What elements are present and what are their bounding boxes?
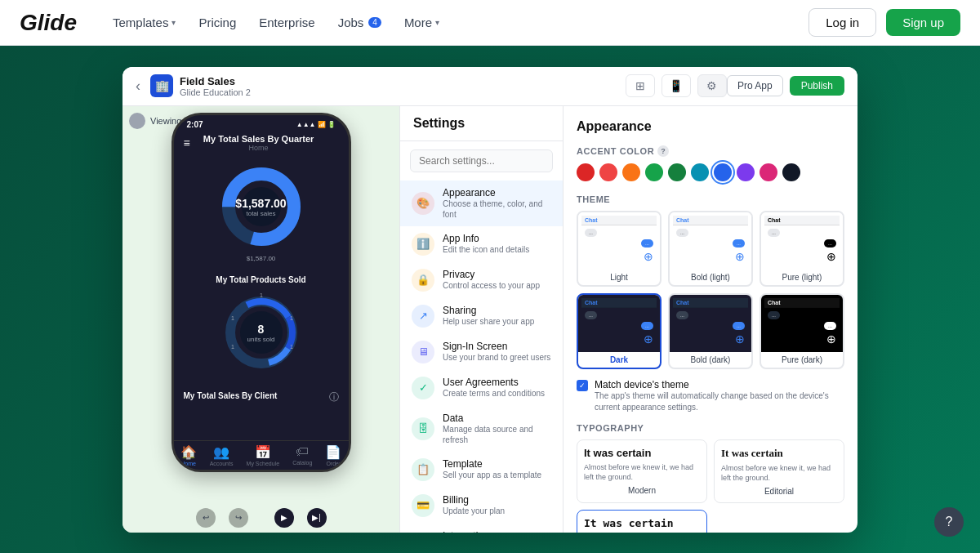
settings-item-billing[interactable]: 💳 Billing Update your plan	[400, 488, 563, 524]
phone-page-subtitle: Home	[190, 144, 327, 152]
color-swatch-7[interactable]	[737, 163, 755, 181]
match-device-desc: The app's theme will automatically chang…	[595, 390, 844, 413]
phone-page-title: My Total Sales By Quarter	[190, 134, 327, 144]
units-label: units sold	[247, 335, 275, 342]
color-swatch-3[interactable]	[645, 163, 663, 181]
settings-item-name: App Info	[443, 233, 551, 244]
signup-button[interactable]: Sign up	[886, 9, 960, 36]
settings-item-integrations[interactable]: 🔗 Integrations Connect to Zapier, Google…	[400, 524, 563, 533]
donut-chart-2: 1 1 1 1 1 8 units sold	[216, 288, 306, 377]
publish-button[interactable]: Publish	[790, 76, 844, 96]
nav-item-catalog[interactable]: 🏷 Catalog	[292, 444, 312, 466]
settings-view-button[interactable]: ⚙	[697, 74, 727, 97]
color-swatch-4[interactable]	[668, 163, 686, 181]
chart-section-3: My Total Sales By Client ⓘ	[174, 384, 349, 411]
undo-button[interactable]: ↩	[196, 508, 216, 528]
typography-sample: It was certain	[721, 447, 837, 460]
redo-button[interactable]: ↪	[229, 508, 248, 528]
login-button[interactable]: Log in	[808, 8, 876, 37]
typography-desc: Almost before we knew it, we had left th…	[584, 462, 700, 483]
phone-controls: ↩ ↪ ▶ ▶|	[196, 508, 327, 528]
help-button[interactable]: ?	[934, 507, 964, 537]
settings-item-desc: Update your plan	[443, 506, 551, 516]
phone-nav-header: ≡ My Total Sales By Quarter Home	[174, 131, 349, 155]
nav-templates[interactable]: Templates ▾	[103, 9, 185, 36]
app-subtitle: Glide Education 2	[180, 87, 577, 97]
typography-selected[interactable]: It was certain	[577, 510, 707, 533]
theme-label-bold-dark: Bold (dark)	[670, 352, 751, 368]
typography-row2: It was certain	[577, 510, 844, 533]
match-device: ✓ Match device's theme The app's theme w…	[577, 379, 844, 413]
phone-status-icons: ▲▲▲ 📶 🔋	[296, 121, 336, 128]
nav-item-home[interactable]: 🏠 Home	[180, 444, 197, 466]
svg-text:1: 1	[290, 315, 293, 321]
back-button[interactable]: ‹	[136, 78, 140, 95]
settings-header: Settings	[400, 106, 563, 141]
nav-links: Templates ▾ Pricing Enterprise Jobs 4 Mo…	[103, 9, 808, 36]
theme-card-pure-light[interactable]: Chat ... ... ⊕ Pure (light)	[760, 211, 844, 287]
svg-text:1: 1	[290, 344, 293, 350]
theme-label-pure-light: Pure (light)	[761, 270, 843, 285]
search-input[interactable]	[410, 149, 553, 172]
accounts-icon: 👥	[213, 444, 229, 460]
order-icon: 📄	[325, 444, 341, 460]
app-icon: 🏢	[150, 74, 173, 97]
settings-item-data[interactable]: 🗄 Data Manage data source and refresh	[400, 406, 563, 452]
nav-item-accounts[interactable]: 👥 Accounts	[210, 444, 234, 466]
match-device-checkbox[interactable]: ✓	[577, 380, 588, 391]
color-swatch-2[interactable]	[622, 163, 640, 181]
theme-card-pure-dark[interactable]: Chat ... ... ⊕ Pure (dark)	[760, 293, 844, 369]
color-swatches	[577, 163, 844, 181]
typography-sample: It was certain	[584, 447, 700, 459]
typography-modern[interactable]: It was certain Almost before we knew it,…	[577, 439, 707, 503]
hamburger-icon[interactable]: ≡	[184, 136, 190, 149]
data-icon: 🗄	[412, 417, 434, 440]
color-swatch-9[interactable]	[782, 163, 800, 181]
color-swatch-8[interactable]	[760, 163, 777, 181]
typography-name: Editorial	[721, 487, 837, 496]
theme-card-bold-light[interactable]: Chat ... ... ⊕ Bold (light)	[668, 211, 753, 287]
settings-item-sharing[interactable]: ↗ Sharing Help user share your app	[400, 298, 563, 334]
settings-item-app-info[interactable]: ℹ️ App Info Edit the icon and details	[400, 226, 563, 262]
donut-sub-value: $1,587.00	[184, 255, 339, 262]
typography-name: Modern	[584, 486, 700, 495]
theme-label-bold-light: Bold (light)	[670, 270, 751, 285]
table-view-button[interactable]: ⊞	[626, 74, 655, 97]
settings-item-privacy[interactable]: 🔒 Privacy Control access to your app	[400, 262, 563, 298]
play-button[interactable]: ▶	[274, 508, 294, 528]
settings-item-user-agreements[interactable]: ✓ User Agreements Create terms and condi…	[400, 370, 563, 406]
settings-item-template[interactable]: 📋 Template Sell your app as a template	[400, 452, 563, 488]
nav-pricing[interactable]: Pricing	[189, 9, 246, 36]
app-title: Field Sales	[180, 75, 577, 87]
color-swatch-5[interactable]	[691, 163, 709, 181]
settings-item-sign-in-screen[interactable]: 🖥 Sign-In Screen Use your brand to greet…	[400, 334, 563, 370]
color-swatch-0[interactable]	[577, 163, 595, 181]
user agreements-icon: ✓	[412, 377, 434, 399]
sign-in screen-icon: 🖥	[412, 341, 434, 363]
home-icon: 🏠	[180, 444, 197, 460]
settings-item-name: Sign-In Screen	[443, 341, 551, 352]
theme-card-light[interactable]: Chat ... ... ⊕ Light	[577, 211, 662, 287]
donut-center-2: 8 units sold	[247, 322, 275, 342]
color-swatch-6[interactable]	[714, 163, 732, 181]
color-swatch-1[interactable]	[599, 163, 617, 181]
nav-more[interactable]: More ▾	[394, 9, 449, 36]
pro-app-button[interactable]: Pro App	[727, 75, 783, 96]
nav-item-schedule[interactable]: 📅 My Schedule	[247, 444, 279, 466]
phone-time: 2:07	[187, 120, 203, 129]
phone-view-button[interactable]: 📱	[662, 74, 691, 97]
next-button[interactable]: ▶|	[307, 508, 327, 528]
settings-item-appearance[interactable]: 🎨 Appearance Choose a theme, color, and …	[400, 181, 563, 226]
phone-area: Viewing as Alan ▾ 2:07 ▲▲▲ 📶 🔋	[122, 106, 400, 533]
phone-content: ≡ My Total Sales By Quarter Home	[174, 131, 349, 444]
nav-jobs[interactable]: Jobs 4	[328, 9, 391, 36]
editor-window: ‹ 🏢 Field Sales Glide Education 2 ⊞ 📱 ⚙ …	[122, 67, 858, 533]
theme-card-bold-dark[interactable]: Chat ... ... ⊕ Bold (dark)	[668, 293, 753, 369]
theme-card-dark[interactable]: Chat ... ... ⊕ Dark	[577, 293, 662, 369]
nav-enterprise[interactable]: Enterprise	[249, 9, 324, 36]
svg-text:1: 1	[231, 315, 234, 321]
nav-item-order[interactable]: 📄 Order	[325, 444, 341, 466]
svg-text:1: 1	[260, 292, 263, 298]
typography-editorial[interactable]: It was certain Almost before we knew it,…	[714, 439, 844, 503]
settings-item-name: Sharing	[443, 305, 551, 316]
